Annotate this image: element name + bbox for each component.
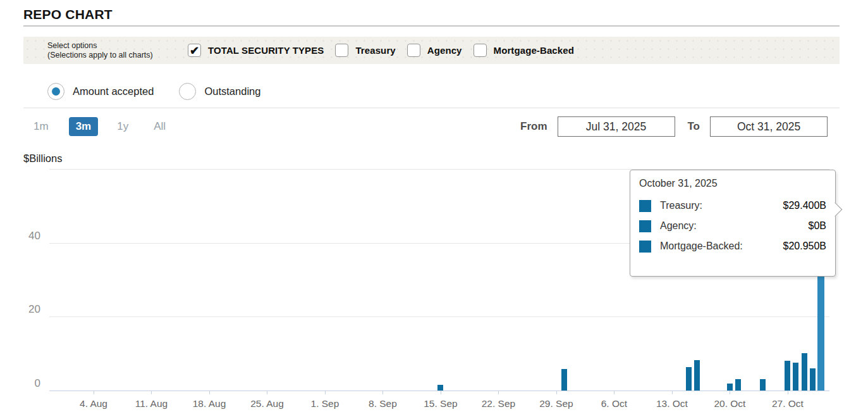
title-divider (23, 25, 840, 27)
bar-2025-10-30[interactable] (810, 368, 816, 391)
x-axis-tick-label: 29. Sep (526, 398, 587, 410)
checkbox-label-treasury: Treasury (355, 45, 395, 56)
bar-2025-09-15[interactable] (437, 385, 443, 391)
tooltip-value: $20.950B (783, 241, 826, 252)
radio-dot (52, 87, 60, 96)
x-axis-tick (614, 391, 614, 394)
y-gridline (49, 316, 829, 317)
repo-chart-page: REPO CHART Select options (Selections ap… (0, 0, 868, 419)
checkbox-mortgage-backed[interactable]: Mortgage-Backed (474, 44, 574, 57)
range-buttons: 1m 3m 1y All (28, 117, 186, 136)
series-swatch-icon (639, 200, 651, 212)
from-date-input[interactable] (558, 116, 675, 137)
y-axis-tick-label: 0 (0, 377, 40, 390)
tooltip-label: Treasury: (660, 200, 702, 211)
tooltip-row-mortgage-backed: Mortgage-Backed: $20.950B (639, 239, 826, 253)
x-axis-tick-label: 8. Sep (352, 398, 413, 410)
to-label: To (688, 120, 700, 133)
x-axis-tick (325, 391, 326, 394)
bar-2025-10-15[interactable] (686, 367, 692, 391)
tooltip-value: $29.400B (783, 200, 826, 211)
x-axis-tick-label: 20. Oct (699, 398, 760, 410)
x-axis-tick-label: 6. Oct (584, 398, 644, 410)
date-range: From To (520, 116, 828, 137)
from-label: From (520, 120, 547, 133)
x-axis-tick-label: 27. Oct (757, 398, 818, 410)
checkbox-label-mortgage-backed: Mortgage-Backed (494, 45, 574, 56)
series-swatch-icon (639, 241, 651, 253)
x-axis-tick (94, 391, 94, 394)
range-button-3m[interactable]: 3m (69, 117, 99, 136)
x-axis-tick (441, 391, 441, 394)
x-axis-tick (151, 391, 152, 394)
tooltip-label: Agency: (660, 220, 697, 232)
series-swatch-icon (639, 220, 651, 232)
chart-tooltip: October 31, 2025 Treasury: $29.400B Agen… (630, 170, 836, 277)
bar-2025-10-21[interactable] (735, 379, 741, 391)
radio-selected-icon[interactable] (47, 83, 64, 100)
to-date-input[interactable] (710, 116, 828, 137)
bar-2025-10-29[interactable] (802, 353, 807, 391)
x-axis-tick-label: 25. Aug (236, 398, 297, 410)
radio-amount-accepted[interactable]: Amount accepted (47, 83, 154, 100)
range-button-all[interactable]: All (149, 117, 171, 136)
y-axis-tick-label: 20 (0, 303, 40, 316)
y-axis-tick-label: 40 (0, 230, 40, 242)
x-axis-tick-label: 11. Aug (121, 398, 181, 410)
y-axis-title: $Billions (23, 153, 62, 165)
radio-unselected-icon[interactable] (179, 83, 196, 100)
bar-2025-10-28[interactable] (793, 363, 798, 391)
tooltip-value: $0B (809, 220, 826, 232)
x-axis-tick (498, 391, 499, 394)
x-axis-tick (382, 391, 383, 394)
tooltip-date: October 31, 2025 (639, 178, 826, 191)
tooltip-label: Mortgage-Backed: (660, 241, 743, 252)
view-toggle: Amount accepted Outstanding (47, 83, 286, 100)
x-axis-tick (672, 391, 673, 394)
checkbox-unchecked-icon[interactable] (335, 44, 348, 57)
bar-2025-10-16[interactable] (694, 360, 700, 391)
range-button-1y[interactable]: 1y (112, 117, 133, 136)
x-axis-tick-label: 1. Sep (295, 398, 355, 410)
radio-label-outstanding: Outstanding (204, 85, 260, 97)
bar-2025-10-27[interactable] (785, 361, 790, 391)
x-axis-tick (209, 391, 210, 394)
bar-2025-10-24[interactable] (760, 379, 766, 391)
radio-outstanding[interactable]: Outstanding (179, 83, 260, 100)
select-options-label: Select options (Selections apply to all … (47, 41, 160, 60)
x-axis-tick-label: 18. Aug (179, 398, 240, 410)
bar-2025-10-20[interactable] (727, 384, 733, 391)
x-axis-line (49, 391, 829, 391)
checkbox-unchecked-icon[interactable] (407, 44, 420, 57)
checkbox-agency[interactable]: Agency (407, 44, 462, 57)
x-axis-tick-label: 4. Aug (63, 398, 124, 410)
x-axis-tick (267, 391, 267, 394)
tooltip-callout-arrow (828, 203, 843, 217)
checkbox-treasury[interactable]: Treasury (335, 44, 395, 57)
x-axis-tick (788, 391, 788, 394)
checkbox-label-agency: Agency (427, 45, 462, 56)
x-axis-tick-label: 15. Sep (410, 398, 471, 410)
options-bar: Select options (Selections apply to all … (23, 37, 840, 64)
range-button-1m[interactable]: 1m (28, 117, 54, 136)
checkbox-checked-icon[interactable]: ✔ (188, 44, 201, 57)
x-axis-tick (730, 391, 730, 394)
x-axis-tick-label: 22. Sep (468, 398, 529, 410)
bar-2025-09-30[interactable] (561, 369, 567, 391)
select-options-line1: Select options (47, 41, 160, 51)
page-title: REPO CHART (23, 7, 113, 22)
tooltip-row-treasury: Treasury: $29.400B (639, 199, 826, 213)
checkbox-label-total-security-types: TOTAL SECURITY TYPES (208, 45, 324, 56)
section-divider (23, 108, 840, 108)
checkbox-unchecked-icon[interactable] (474, 44, 487, 57)
checkbox-total-security-types[interactable]: ✔ TOTAL SECURITY TYPES (188, 44, 324, 57)
x-axis-tick-label: 13. Oct (642, 398, 702, 410)
x-axis-tick (556, 391, 557, 394)
select-options-line2: (Selections apply to all charts) (47, 51, 160, 60)
radio-label-amount-accepted: Amount accepted (73, 85, 154, 97)
tooltip-row-agency: Agency: $0B (639, 219, 826, 233)
